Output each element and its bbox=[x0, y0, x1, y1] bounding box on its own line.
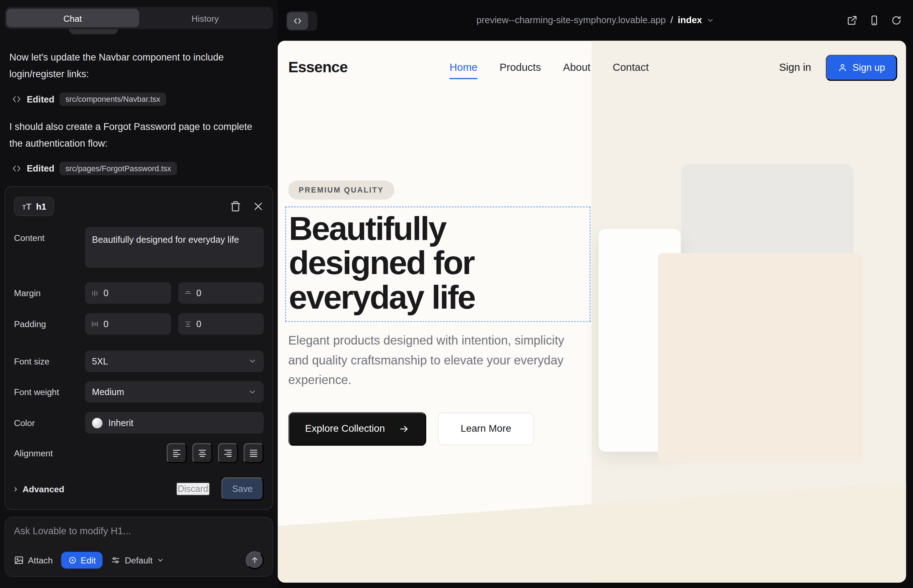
padding-y-icon bbox=[185, 320, 191, 328]
alignment-row: Alignment bbox=[14, 443, 264, 463]
padding-label: Padding bbox=[14, 319, 85, 329]
chevron-down-icon bbox=[706, 16, 714, 24]
font-weight-select[interactable]: Medium bbox=[85, 381, 264, 403]
align-left-button[interactable] bbox=[167, 443, 187, 463]
chat-sidebar: Chat History Now let's update the Navbar… bbox=[0, 0, 278, 588]
preview-url: preview--charming-site-symphony.lovable.… bbox=[476, 15, 666, 26]
code-icon bbox=[12, 94, 22, 104]
chevron-down-icon bbox=[248, 357, 257, 365]
hero-paragraph: Elegant products designed with intention… bbox=[288, 331, 572, 390]
explore-collection-button[interactable]: Explore Collection bbox=[288, 412, 426, 446]
edited-label: Edited bbox=[27, 163, 54, 174]
code-icon bbox=[12, 163, 22, 173]
sliders-icon bbox=[111, 555, 121, 565]
hero-heading[interactable]: Beautifully designed for everyday life bbox=[289, 212, 583, 314]
align-justify-button[interactable] bbox=[244, 443, 264, 463]
margin-label: Margin bbox=[14, 288, 85, 298]
target-icon bbox=[68, 556, 77, 565]
typography-icon: TT bbox=[22, 201, 31, 211]
color-row: Color Inherit bbox=[14, 412, 264, 434]
edit-mode-button[interactable]: Edit bbox=[61, 552, 103, 569]
file-chip[interactable]: src/pages/ForgotPassword.tsx bbox=[60, 162, 177, 176]
tab-history[interactable]: History bbox=[139, 9, 271, 27]
mobile-view-button[interactable] bbox=[869, 15, 880, 26]
element-tag-pill[interactable]: TT h1 bbox=[14, 197, 55, 216]
file-chip[interactable]: src/components/Navbar.tsx bbox=[60, 92, 166, 106]
color-select[interactable]: Inherit bbox=[85, 412, 264, 434]
close-icon[interactable] bbox=[253, 200, 264, 212]
url-separator: / bbox=[670, 15, 673, 26]
code-view-toggle[interactable] bbox=[286, 11, 317, 31]
assistant-message: Now let's update the Navbar component to… bbox=[9, 49, 260, 82]
prompt-input[interactable] bbox=[14, 526, 264, 537]
arrow-right-icon bbox=[399, 423, 409, 434]
chat-messages: Now let's update the Navbar component to… bbox=[0, 29, 278, 175]
save-button[interactable]: Save bbox=[221, 477, 264, 501]
padding-x-field bbox=[85, 313, 171, 335]
margin-y-field bbox=[178, 282, 264, 304]
margin-x-input[interactable] bbox=[104, 288, 165, 298]
font-size-value: 5XL bbox=[92, 356, 108, 366]
advanced-label: Advanced bbox=[23, 484, 64, 494]
explore-collection-label: Explore Collection bbox=[305, 423, 385, 435]
font-weight-value: Medium bbox=[92, 387, 124, 397]
learn-more-button[interactable]: Learn More bbox=[438, 412, 534, 445]
advanced-toggle[interactable]: › Advanced bbox=[14, 483, 64, 495]
refresh-button[interactable] bbox=[891, 15, 902, 26]
font-weight-row: Font weight Medium bbox=[14, 381, 264, 403]
margin-x-icon bbox=[92, 289, 98, 297]
align-center-button[interactable] bbox=[192, 443, 212, 463]
url-page: index bbox=[678, 15, 702, 26]
sidebar-tabs: Chat History bbox=[5, 7, 273, 29]
alignment-label: Alignment bbox=[14, 448, 85, 458]
external-link-icon bbox=[847, 15, 858, 26]
attach-button[interactable]: Attach bbox=[14, 555, 53, 565]
tab-chat[interactable]: Chat bbox=[6, 9, 139, 27]
composer-toolbar: Attach Edit Default bbox=[14, 551, 264, 570]
font-weight-label: Font weight bbox=[14, 387, 85, 397]
margin-y-icon bbox=[185, 289, 191, 297]
edited-label: Edited bbox=[27, 94, 54, 104]
arrow-up-icon bbox=[250, 556, 259, 565]
send-button[interactable] bbox=[246, 551, 264, 570]
code-icon bbox=[287, 12, 308, 29]
site-preview: Essence Home Products About Contact Sign… bbox=[278, 40, 906, 583]
mode-select[interactable]: Default bbox=[111, 555, 164, 565]
chevron-down-icon bbox=[157, 556, 164, 564]
hero-section: PREMIUM QUALITY Beautifully designed for… bbox=[278, 40, 906, 583]
padding-x-icon bbox=[92, 320, 98, 328]
chrome-actions bbox=[847, 15, 902, 26]
font-size-label: Font size bbox=[14, 356, 85, 366]
refresh-icon bbox=[891, 15, 902, 26]
align-left-icon bbox=[172, 448, 181, 458]
image-icon bbox=[14, 555, 24, 565]
color-value: Inherit bbox=[108, 417, 133, 428]
align-right-button[interactable] bbox=[218, 443, 238, 463]
padding-x-input[interactable] bbox=[104, 318, 165, 329]
color-swatch bbox=[92, 417, 102, 428]
margin-x-field bbox=[85, 282, 171, 304]
open-external-button[interactable] bbox=[847, 15, 858, 26]
discard-button[interactable]: Discard bbox=[176, 483, 209, 496]
preview-pane: preview--charming-site-symphony.lovable.… bbox=[278, 0, 913, 588]
editor-header: TT h1 bbox=[14, 194, 264, 218]
mode-label: Default bbox=[125, 555, 153, 565]
alignment-buttons bbox=[167, 443, 264, 463]
font-size-row: Font size 5XL bbox=[14, 350, 264, 372]
selected-element-outline[interactable]: Beautifully designed for everyday life bbox=[285, 207, 590, 322]
content-label: Content bbox=[14, 227, 85, 243]
font-size-select[interactable]: 5XL bbox=[85, 350, 264, 372]
edited-file-row: Edited src/pages/ForgotPassword.tsx bbox=[9, 162, 269, 176]
edit-label: Edit bbox=[81, 555, 96, 565]
padding-y-field bbox=[178, 313, 264, 335]
element-editor-panel: TT h1 Content Beautifully designed for e… bbox=[5, 186, 273, 510]
content-input[interactable]: Beautifully designed for everyday life bbox=[85, 227, 264, 268]
align-justify-icon bbox=[249, 448, 259, 458]
delete-element-icon[interactable] bbox=[230, 200, 241, 212]
margin-y-input[interactable] bbox=[196, 288, 257, 298]
address-bar[interactable]: preview--charming-site-symphony.lovable.… bbox=[476, 15, 714, 26]
padding-y-input[interactable] bbox=[196, 318, 257, 329]
color-label: Color bbox=[14, 418, 85, 428]
chevron-right-icon: › bbox=[14, 483, 17, 495]
premium-badge: PREMIUM QUALITY bbox=[288, 181, 394, 200]
